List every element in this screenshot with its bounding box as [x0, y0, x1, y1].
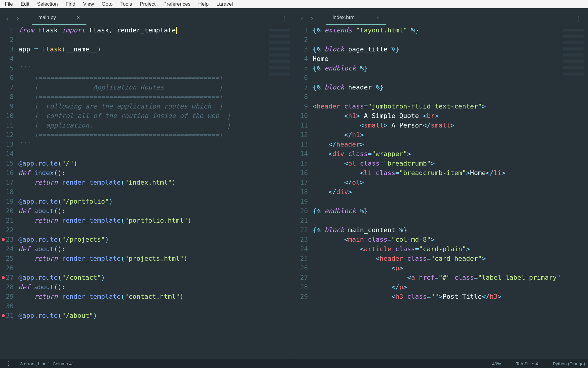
status-tab-size[interactable]: Tab Size: 4	[516, 361, 538, 366]
statusbar-menu-icon[interactable]: ⋮	[3, 360, 14, 367]
editor-right[interactable]: 1234567891011121314151617181920212223242…	[294, 26, 588, 359]
gutter-left: 1234567891011121314151617181920212223242…	[0, 26, 18, 359]
status-text: 3 errors, Line 1, Column 41	[20, 361, 74, 366]
gutter-right: 1234567891011121314151617181920212223242…	[294, 26, 313, 359]
pane-right: ‹ › index.html × ⋮ 123456789101112131415…	[294, 8, 588, 359]
menu-goto[interactable]: Goto	[98, 1, 116, 8]
menu-file[interactable]: File	[1, 1, 16, 8]
nav-forward-icon[interactable]: ›	[307, 15, 317, 22]
nav-back-icon[interactable]: ‹	[2, 15, 12, 22]
editor-left[interactable]: 1234567891011121314151617181920212223242…	[0, 26, 294, 359]
tab-index-html[interactable]: index.html ×	[326, 12, 386, 25]
code-left[interactable]: from flask import Flask, render_template…	[18, 26, 266, 359]
tab-label: main.py	[38, 15, 56, 21]
editor-split: ‹ › main.py × ⋮ 123456789101112131415161…	[0, 8, 588, 359]
nav-back-icon[interactable]: ‹	[297, 15, 307, 22]
close-icon[interactable]: ×	[376, 15, 380, 21]
close-icon[interactable]: ×	[77, 15, 80, 21]
tab-label: index.html	[333, 15, 355, 21]
menu-view[interactable]: View	[80, 1, 98, 8]
menu-find[interactable]: Find	[62, 1, 79, 8]
nav-forward-icon[interactable]: ›	[12, 15, 23, 22]
tab-main-py[interactable]: main.py ×	[32, 12, 86, 25]
menu-preferences[interactable]: Preferences	[160, 1, 194, 8]
status-zoom[interactable]: 49%	[492, 361, 501, 366]
menubar: FileEditSelectionFindViewGotoToolsProjec…	[0, 0, 588, 8]
statusbar: ⋮ 3 errors, Line 1, Column 41 49% Tab Si…	[0, 359, 588, 368]
code-right[interactable]: {% extends "layout.html" %}{% block page…	[313, 26, 560, 359]
menu-help[interactable]: Help	[195, 1, 212, 8]
menu-edit[interactable]: Edit	[17, 1, 33, 8]
tab-row-right: ‹ › index.html × ⋮	[294, 8, 588, 26]
menu-tools[interactable]: Tools	[117, 1, 136, 8]
minimap-right[interactable]	[560, 26, 587, 359]
minimap-left[interactable]	[266, 26, 293, 359]
menu-selection[interactable]: Selection	[34, 1, 61, 8]
tab-row-left: ‹ › main.py × ⋮	[0, 8, 294, 26]
menu-project[interactable]: Project	[136, 1, 159, 8]
pane-left: ‹ › main.py × ⋮ 123456789101112131415161…	[0, 8, 294, 359]
menu-laravel[interactable]: Laravel	[213, 1, 236, 8]
status-language[interactable]: Python (Django)	[553, 361, 585, 366]
pane-menu-icon[interactable]: ⋮	[277, 15, 292, 22]
pane-menu-icon[interactable]: ⋮	[571, 15, 586, 22]
